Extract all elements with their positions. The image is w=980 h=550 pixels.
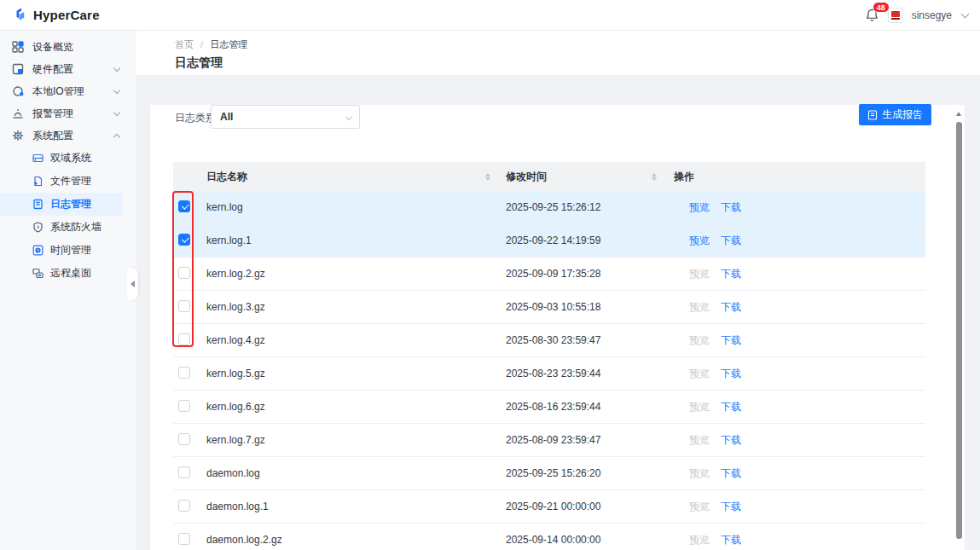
sidebar-subitem-label: 远程桌面 (50, 266, 91, 281)
row-checkbox[interactable] (178, 533, 190, 545)
row-actions-cell: 预览 下载 (664, 267, 925, 281)
sidebar-subitem-label: 文件管理 (50, 174, 91, 188)
sidebar-subitem-label: 系统防火墙 (50, 220, 101, 234)
preview-link[interactable]: 预览 (689, 400, 710, 414)
breadcrumb-home[interactable]: 首页 (175, 39, 194, 49)
download-link[interactable]: 下载 (721, 466, 741, 481)
sidebar-subitem-file-management[interactable]: 文件管理 (0, 170, 136, 193)
sidebar-item-system-config[interactable]: 系统配置 (0, 124, 136, 147)
modified-time-cell: 2025-09-09 17:35:28 (497, 268, 664, 280)
local-io-icon (12, 85, 25, 98)
notifications-button[interactable]: 48 (865, 8, 879, 22)
hardware-config-icon (12, 63, 25, 76)
download-link[interactable]: 下载 (721, 333, 741, 348)
sidebar-item-label: 本地IO管理 (32, 84, 84, 99)
row-actions-cell: 预览 下载 (664, 234, 925, 248)
log-category-select[interactable]: All (211, 105, 360, 129)
breadcrumb-current: 日志管理 (210, 39, 247, 49)
preview-link[interactable]: 预览 (689, 234, 710, 248)
generate-report-button[interactable]: 生成报告 (859, 104, 931, 125)
chevron-down-icon (113, 108, 120, 115)
row-actions-cell: 预览 下载 (664, 500, 925, 514)
chevron-down-icon (113, 86, 120, 93)
log-name-cell: kern.log.6.gz (206, 401, 497, 413)
log-name-cell: kern.log (206, 201, 497, 213)
modified-time-cell: 2025-09-14 00:00:00 (497, 534, 664, 546)
log-name-cell: kern.log.3.gz (206, 301, 497, 313)
table-body: kern.log 2025-09-25 15:26:12 预览 下载 kern.… (173, 191, 925, 550)
preview-link[interactable]: 预览 (689, 533, 710, 547)
avatar[interactable] (888, 8, 903, 23)
download-link[interactable]: 下载 (721, 400, 741, 414)
log-management-card: 日志类别 All 生成报告 (150, 105, 965, 550)
table-row: kern.log.1 2025-09-22 14:19:59 预览 下载 (173, 224, 925, 258)
sidebar-subitem-log-management[interactable]: 日志管理 (0, 193, 123, 216)
sidebar-item-device-overview[interactable]: 设备概览 (0, 36, 136, 58)
table-row: kern.log.4.gz 2025-08-30 23:59:47 预览 下载 (173, 324, 925, 357)
download-link[interactable]: 下载 (721, 267, 741, 281)
sidebar-item-label: 硬件配置 (32, 62, 73, 77)
download-link[interactable]: 下载 (721, 234, 741, 248)
preview-link[interactable]: 预览 (689, 200, 710, 215)
row-checkbox[interactable] (178, 433, 190, 445)
row-checkbox-cell (173, 367, 206, 381)
preview-link[interactable]: 预览 (689, 433, 710, 448)
row-checkbox-cell (173, 433, 206, 448)
row-checkbox[interactable] (178, 267, 190, 279)
preview-link[interactable]: 预览 (689, 367, 710, 381)
row-checkbox[interactable] (178, 333, 190, 345)
row-actions-cell: 预览 下载 (664, 333, 925, 348)
scrollbar-thumb[interactable] (956, 122, 962, 539)
sort-toggle-time[interactable] (650, 171, 658, 182)
sidebar-subitem-remote-desktop[interactable]: 远程桌面 (0, 262, 136, 285)
row-checkbox[interactable] (178, 234, 190, 246)
download-link[interactable]: 下载 (721, 500, 741, 514)
sort-toggle-name[interactable] (484, 171, 492, 182)
table-row: kern.log.5.gz 2025-08-23 23:59:44 预览 下载 (173, 357, 925, 391)
row-checkbox[interactable] (178, 300, 190, 312)
sidebar-subitem-label: 日志管理 (50, 197, 91, 211)
time-manage-icon (32, 245, 43, 256)
row-actions-cell: 预览 下载 (664, 400, 925, 414)
log-name-cell: kern.log.1 (206, 234, 497, 246)
row-checkbox[interactable] (178, 500, 190, 512)
sidebar-subitem-dual-domain[interactable]: 双域系统 (0, 147, 136, 170)
download-link[interactable]: 下载 (721, 200, 741, 215)
row-checkbox[interactable] (178, 367, 190, 379)
table-row: kern.log.7.gz 2025-08-09 23:59:47 预览 下载 (173, 424, 925, 457)
preview-link[interactable]: 预览 (689, 267, 710, 281)
preview-link[interactable]: 预览 (689, 300, 710, 315)
log-category-value: All (220, 111, 233, 123)
sidebar-item-label: 报警管理 (32, 107, 73, 121)
sidebar-item-local-io[interactable]: 本地IO管理 (0, 80, 136, 102)
download-link[interactable]: 下载 (721, 433, 741, 448)
row-checkbox[interactable] (178, 200, 190, 212)
modified-time-cell: 2025-09-03 10:55:18 (497, 301, 664, 313)
username[interactable]: sinsegye (912, 9, 952, 21)
sidebar-collapse-handle[interactable] (127, 268, 138, 300)
chevron-down-icon (113, 64, 120, 71)
preview-link[interactable]: 预览 (689, 500, 710, 514)
scrollbar-up-arrow-icon[interactable] (956, 112, 961, 116)
table-row: kern.log.3.gz 2025-09-03 10:55:18 预览 下载 (173, 291, 925, 324)
table-row: daemon.log.1 2025-09-21 00:00:00 预览 下载 (173, 490, 925, 524)
download-link[interactable]: 下载 (721, 300, 741, 315)
sidebar-subitem-time-management[interactable]: 时间管理 (0, 239, 136, 262)
log-name-cell: daemon.log (206, 467, 497, 479)
preview-link[interactable]: 预览 (689, 333, 710, 348)
sidebar-subitem-label: 时间管理 (50, 243, 91, 258)
row-checkbox[interactable] (178, 466, 190, 478)
modified-time-cell: 2025-09-25 15:26:20 (497, 467, 664, 479)
download-link[interactable]: 下载 (721, 533, 741, 547)
sidebar-item-alarm-management[interactable]: 报警管理 (0, 102, 136, 124)
preview-link[interactable]: 预览 (689, 466, 710, 481)
brand-logo-icon (12, 7, 28, 23)
firewall-icon (32, 222, 43, 233)
sidebar-item-hardware-config[interactable]: 硬件配置 (0, 58, 136, 80)
sidebar-subitem-system-firewall[interactable]: 系统防火墙 (0, 216, 136, 239)
log-name-cell: kern.log.2.gz (206, 268, 497, 280)
app-root: HyperCare 48 sinsegye (0, 0, 980, 550)
row-checkbox[interactable] (178, 400, 190, 412)
download-link[interactable]: 下载 (721, 367, 741, 381)
user-menu-chevron-icon[interactable] (961, 9, 970, 18)
